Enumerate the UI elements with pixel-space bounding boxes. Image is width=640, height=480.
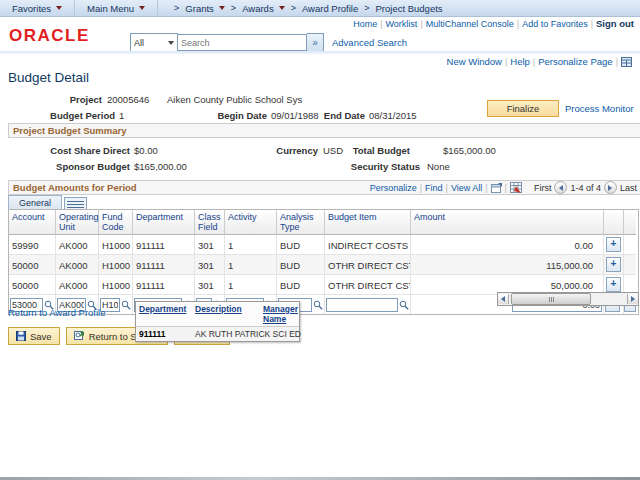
zoom-popup-icon[interactable] <box>491 183 502 193</box>
grid-horizontal-scrollbar[interactable] <box>497 292 639 306</box>
pager-last-button[interactable] <box>604 181 617 194</box>
lookup-manager-value <box>260 327 299 341</box>
home-link[interactable]: Home <box>353 19 377 29</box>
favorites-menu[interactable]: Favorites <box>0 0 75 16</box>
arrow-right-icon <box>608 185 612 191</box>
cell-fund-code: H1000 <box>99 275 133 295</box>
view-all-link[interactable]: View All <box>451 183 482 193</box>
pager-first-label: First <box>534 183 552 193</box>
sponsor-budget-label: Sponsor Budget <box>0 161 130 172</box>
process-monitor-link[interactable]: Process Monitor <box>565 103 634 114</box>
add-to-favorites-link[interactable]: Add to Favorites <box>522 19 588 29</box>
search-input[interactable] <box>178 34 307 51</box>
breadcrumb-separator: > <box>358 3 375 13</box>
tab-general[interactable]: General <box>8 195 62 210</box>
budget-item-lookup-icon[interactable] <box>399 300 409 310</box>
cell-activity: 1 <box>225 255 277 275</box>
cell-class-field: 301 <box>195 275 225 295</box>
column-header-analysis-type[interactable]: Analysis Type <box>277 210 325 235</box>
end-date-value: 08/31/2015 <box>369 110 417 121</box>
advanced-search-link[interactable]: Advanced Search <box>332 37 407 48</box>
breadcrumb-item-grants[interactable]: Grants <box>185 3 225 14</box>
breadcrumb-separator: > <box>225 3 242 13</box>
project-name: Aiken County Public School Sys <box>167 94 302 105</box>
multichannel-console-link[interactable]: MultiChannel Console <box>426 19 514 29</box>
grid-toolbar: Personalize | Find | View All | | First … <box>370 181 637 194</box>
cell-budget-item: INDIRECT COSTS <box>325 235 411 255</box>
search-scope-select[interactable]: All <box>130 33 178 52</box>
column-header-add <box>604 210 624 235</box>
cell-account: 50000 <box>9 255 56 275</box>
total-budget-label: Total Budget <box>340 145 410 156</box>
page-title: Budget Detail <box>8 70 89 85</box>
section-title: Budget Amounts for Period <box>13 182 137 193</box>
pager-range: 1-4 of 4 <box>570 183 601 193</box>
cell-amount: 0.00 <box>411 235 604 255</box>
breadcrumb-item-awards[interactable]: Awards <box>242 3 285 14</box>
column-header-fund-code[interactable]: Fund Code <box>99 210 133 235</box>
column-header-account[interactable]: Account <box>9 210 56 235</box>
column-header-department[interactable]: Department <box>133 210 195 235</box>
sponsor-budget-value: $165,000.00 <box>134 161 187 172</box>
breadcrumb-separator: > <box>168 3 185 13</box>
add-row-button[interactable]: + <box>606 277 621 292</box>
breadcrumb-item-award-profile[interactable]: Award Profile <box>302 3 358 14</box>
chevron-down-icon <box>139 6 145 10</box>
column-header-class-field[interactable]: Class Field <box>195 210 225 235</box>
lookup-department-value: 911111 <box>136 327 192 341</box>
cost-share-direct-label: Cost Share Direct <box>0 145 130 156</box>
cell-department: 911111 <box>133 255 195 275</box>
fund-code-lookup-icon[interactable] <box>121 300 131 310</box>
cell-amount: 115,000.00 <box>411 255 604 275</box>
cell-extra <box>624 235 636 255</box>
save-icon <box>16 331 26 341</box>
copy-url-icon[interactable] <box>621 57 632 67</box>
help-link[interactable]: Help <box>510 56 530 67</box>
oracle-logo: ORACLE <box>9 26 90 46</box>
lookup-result-row[interactable]: 911111 AK RUTH PATRICK SCI ED <box>136 327 299 341</box>
header-divider <box>0 51 640 54</box>
main-menu[interactable]: Main Menu <box>75 0 158 16</box>
scrollbar-thumb[interactable] <box>511 293 591 305</box>
column-header-operating-unit[interactable]: Operating Unit <box>56 210 99 235</box>
budget-item-input[interactable] <box>326 298 398 312</box>
cell-activity: 1 <box>225 235 277 255</box>
scroll-right-arrow[interactable] <box>627 294 638 304</box>
personalize-link[interactable]: Personalize <box>370 183 417 193</box>
save-button[interactable]: Save <box>8 327 60 345</box>
cell-account: 50000 <box>9 275 56 295</box>
cell-analysis-type: BUD <box>277 275 325 295</box>
cell-fund-code: H1000 <box>99 235 133 255</box>
utility-nav: Home | Worklist | MultiChannel Console |… <box>353 18 634 29</box>
cell-fund-code: H1000 <box>99 255 133 275</box>
pager-last-label: Last <box>620 183 637 193</box>
sign-out-link[interactable]: Sign out <box>596 18 634 29</box>
download-to-excel-icon[interactable] <box>510 182 522 193</box>
scroll-left-arrow[interactable] <box>498 294 509 304</box>
personalize-page-link[interactable]: Personalize Page <box>538 56 612 67</box>
cell-operating-unit: AK000 <box>56 275 99 295</box>
column-header-amount[interactable]: Amount <box>411 210 604 235</box>
analysis-type-lookup-icon[interactable] <box>313 300 323 310</box>
add-row-button[interactable]: + <box>606 257 621 272</box>
pager-first-button[interactable] <box>554 181 567 194</box>
worklist-link[interactable]: Worklist <box>386 19 418 29</box>
cell-account: 59990 <box>9 235 56 255</box>
return-to-award-profile-link[interactable]: Return to Award Profile <box>8 307 106 318</box>
breadcrumb: > Grants > Awards > Award Profile > Proj… <box>158 3 443 14</box>
lookup-column-manager-name[interactable]: Manager Name <box>260 302 301 326</box>
security-status-label: Security Status <box>340 161 420 172</box>
column-header-budget-item[interactable]: Budget Item <box>325 210 411 235</box>
return-to-search-icon <box>74 331 85 341</box>
search-go-button[interactable]: » <box>307 33 324 52</box>
new-window-link[interactable]: New Window <box>447 56 502 67</box>
column-header-activity[interactable]: Activity <box>225 210 277 235</box>
find-link[interactable]: Find <box>425 183 443 193</box>
add-row-button[interactable]: + <box>606 237 621 252</box>
lookup-column-department[interactable]: Department <box>136 302 192 326</box>
breadcrumb-item-project-budgets[interactable]: Project Budgets <box>376 3 443 14</box>
security-status-value: None <box>427 161 450 172</box>
chevron-down-icon <box>168 41 174 45</box>
lookup-column-description[interactable]: Description <box>192 302 260 326</box>
finalize-button[interactable]: Finalize <box>487 100 559 117</box>
